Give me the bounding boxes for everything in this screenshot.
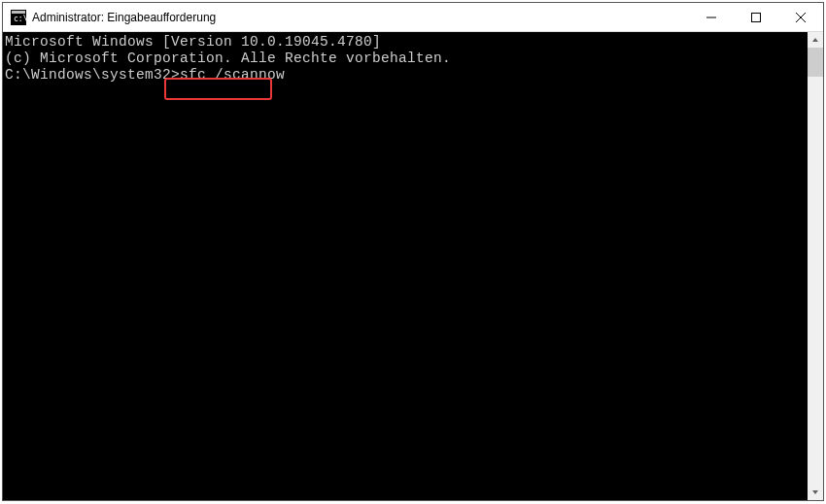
cmd-icon: c:\ <box>11 10 26 25</box>
minimize-button[interactable] <box>689 3 734 31</box>
scrollbar-up-button[interactable] <box>808 32 823 48</box>
svg-rect-4 <box>752 13 761 21</box>
maximize-button[interactable] <box>734 3 778 31</box>
terminal-container: Microsoft Windows [Version 10.0.19045.47… <box>3 32 823 500</box>
svg-rect-1 <box>12 11 25 14</box>
window-controls <box>689 3 823 31</box>
scrollbar-down-button[interactable] <box>808 485 823 500</box>
terminal-line-version: Microsoft Windows [Version 10.0.19045.47… <box>5 34 808 50</box>
terminal-output[interactable]: Microsoft Windows [Version 10.0.19045.47… <box>3 32 808 500</box>
svg-marker-7 <box>812 38 818 42</box>
terminal-line-copyright: (c) Microsoft Corporation. Alle Rechte v… <box>5 50 808 67</box>
terminal-command: sfc /scannow <box>180 67 285 83</box>
titlebar: c:\ Administrator: Eingabeaufforderung <box>3 3 823 32</box>
scrollbar-thumb[interactable] <box>808 48 823 77</box>
close-button[interactable] <box>778 3 823 31</box>
vertical-scrollbar[interactable] <box>808 32 823 500</box>
command-prompt-window: c:\ Administrator: Eingabeaufforderung M… <box>2 2 824 501</box>
scrollbar-track[interactable] <box>808 48 823 485</box>
terminal-prompt-line: C:\Windows\system32>sfc /scannow <box>5 67 808 84</box>
svg-marker-8 <box>812 490 818 494</box>
terminal-prompt: C:\Windows\system32> <box>5 67 180 83</box>
svg-text:c:\: c:\ <box>14 15 26 23</box>
window-title: Administrator: Eingabeaufforderung <box>32 11 689 24</box>
